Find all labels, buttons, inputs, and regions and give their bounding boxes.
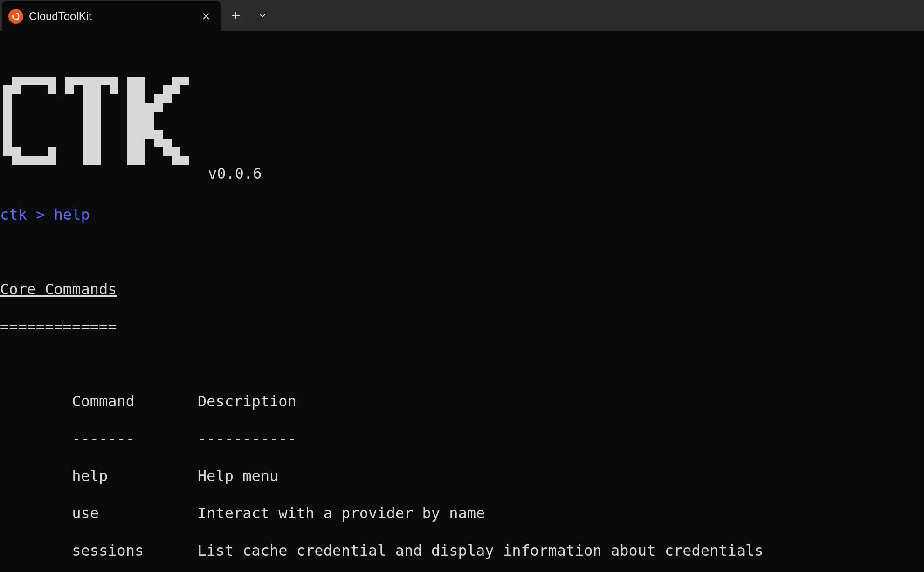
svg-rect-11: [65, 85, 74, 94]
svg-rect-4: [3, 85, 12, 156]
svg-rect-16: [163, 85, 180, 94]
tab-dropdown-button[interactable]: [251, 4, 274, 27]
table-row: useInteract with a provider by name: [0, 504, 924, 523]
titlebar: CloudToolKit: [0, 0, 924, 31]
prompt-line: ctk > help: [0, 205, 924, 224]
terminal-output[interactable]: v0.0.6 ctk > help Core Commands ========…: [0, 31, 924, 572]
svg-rect-19: [145, 112, 154, 130]
table-header-underline: ------------------: [0, 429, 924, 448]
svg-rect-9: [12, 156, 56, 165]
svg-rect-14: [127, 77, 145, 165]
titlebar-actions: [221, 0, 274, 31]
svg-rect-15: [172, 77, 189, 85]
svg-rect-13: [83, 85, 101, 165]
section-core-title: Core Commands: [0, 280, 924, 299]
svg-rect-21: [154, 139, 172, 147]
svg-rect-6: [48, 85, 56, 94]
prompt-command: help: [54, 206, 90, 223]
new-tab-button[interactable]: [225, 4, 247, 27]
divider: [249, 8, 249, 23]
tab-title: CloudToolKit: [29, 10, 194, 23]
close-icon[interactable]: [200, 10, 213, 23]
svg-rect-18: [145, 103, 163, 112]
svg-rect-22: [163, 147, 180, 156]
svg-rect-20: [145, 130, 163, 139]
ubuntu-icon: [8, 9, 23, 24]
svg-rect-3: [12, 77, 56, 85]
table-row: sessionsList cache credential and displa…: [0, 541, 924, 560]
ascii-banner: [0, 49, 189, 187]
prompt-prefix: ctk >: [0, 206, 54, 223]
tab-active[interactable]: CloudToolKit: [2, 1, 221, 32]
version-text: v0.0.6: [189, 164, 262, 187]
table-row: helpHelp menu: [0, 467, 924, 485]
section-core-underline: =============: [0, 317, 924, 336]
svg-rect-5: [12, 85, 21, 94]
svg-rect-23: [172, 156, 189, 165]
svg-rect-17: [154, 94, 172, 103]
svg-rect-7: [12, 147, 21, 156]
svg-rect-12: [110, 85, 118, 94]
svg-rect-8: [48, 147, 56, 156]
svg-rect-10: [65, 77, 118, 85]
table-header: CommandDescription: [0, 392, 924, 411]
